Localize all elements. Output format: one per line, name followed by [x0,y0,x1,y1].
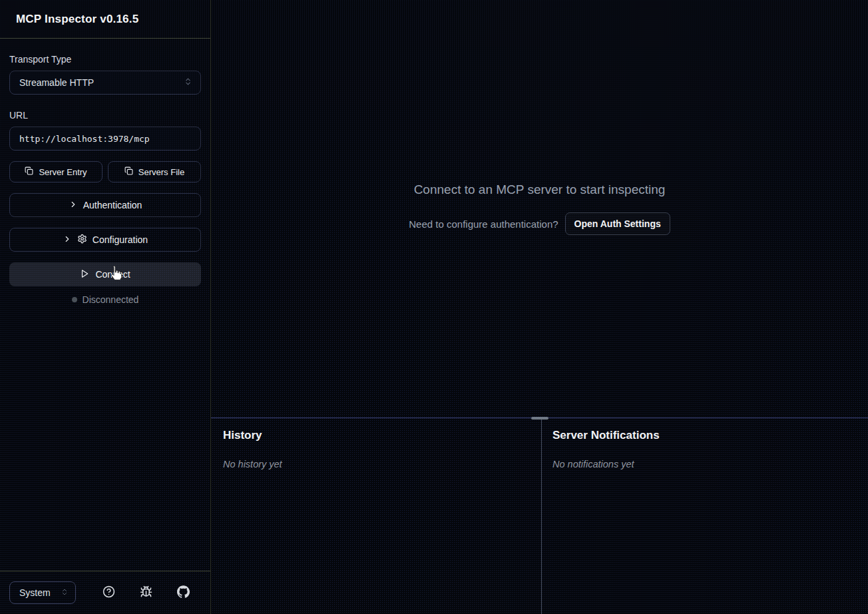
configuration-label: Configuration [93,234,148,245]
open-auth-settings-button[interactable]: Open Auth Settings [565,212,670,235]
transport-type-label: Transport Type [9,54,201,65]
configuration-button[interactable]: Configuration [9,228,201,252]
help-circle-icon [103,585,115,600]
transport-type-value: Streamable HTTP [19,77,94,88]
connection-status: Disconnected [9,294,201,305]
theme-select[interactable]: System [9,581,76,604]
theme-value: System [19,587,51,598]
servers-file-label: Servers File [138,167,184,177]
sidebar: MCP Inspector v0.16.5 Transport Type Str… [0,0,211,614]
authentication-label: Authentication [83,200,142,210]
url-label: URL [9,110,201,121]
history-title: History [223,429,529,442]
auth-prompt-row: Need to configure authentication? Open A… [409,212,670,235]
sidebar-header: MCP Inspector v0.16.5 [0,0,210,39]
servers-file-button[interactable]: Servers File [108,161,201,182]
bottom-panes: History No history yet Server Notificati… [211,418,868,614]
server-notifications-title: Server Notifications [552,429,856,442]
connect-button[interactable]: Connect [9,262,201,286]
app-root: MCP Inspector v0.16.5 Transport Type Str… [0,0,868,614]
app-title: MCP Inspector v0.16.5 [16,13,138,26]
sidebar-body: Transport Type Streamable HTTP URL Serve… [0,54,210,305]
history-panel: History No history yet [211,418,541,614]
bug-icon [140,585,152,600]
server-entry-label: Server Entry [39,167,87,177]
server-config-buttons: Server Entry Servers File [9,161,201,182]
github-button[interactable] [177,585,190,600]
github-icon [177,585,190,600]
notifications-empty-text: No notifications yet [552,459,856,469]
footer-icons [103,585,190,600]
copy-icon [25,166,33,177]
status-dot-icon [72,297,77,302]
copy-icon [124,166,133,177]
url-input[interactable] [9,127,201,151]
chevron-up-down-icon [61,587,69,598]
sidebar-footer: System [0,571,210,614]
authentication-button[interactable]: Authentication [9,193,201,217]
status-label: Disconnected [83,294,139,305]
connect-label: Connect [95,269,130,280]
history-empty-text: No history yet [223,459,529,469]
auth-prompt-text: Need to configure authentication? [409,218,558,230]
empty-state-title: Connect to an MCP server to start inspec… [414,182,666,197]
transport-type-select[interactable]: Streamable HTTP [9,71,201,95]
gear-icon [77,234,87,246]
help-button[interactable] [103,585,115,600]
chevron-up-down-icon [184,77,192,88]
play-icon [80,269,89,280]
server-entry-button[interactable]: Server Entry [9,161,103,182]
server-notifications-panel: Server Notifications No notifications ye… [541,418,868,614]
bug-report-button[interactable] [140,585,152,600]
chevron-right-icon [63,234,72,246]
main-content: Connect to an MCP server to start inspec… [211,0,868,614]
pane-resize-handle[interactable] [531,417,548,420]
inspector-empty-state: Connect to an MCP server to start inspec… [211,0,868,418]
chevron-right-icon [69,200,78,211]
